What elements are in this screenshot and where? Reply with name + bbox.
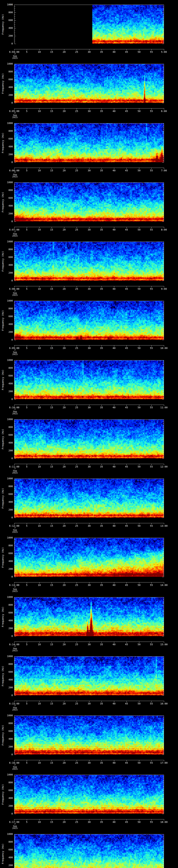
time-tick-label: 30 [86, 643, 93, 646]
y-tick [163, 717, 164, 718]
time-tick-label: 15 [48, 51, 55, 53]
time-tick [14, 168, 14, 169]
y-tick [163, 184, 164, 185]
y-tick [14, 784, 15, 785]
time-tick [77, 642, 77, 643]
y-tick [14, 435, 16, 435]
time-tick-label: 40 [111, 702, 118, 705]
time-end-label: 15:00 [159, 643, 169, 646]
y-tick [14, 385, 15, 386]
y-tick [163, 788, 164, 789]
time-tick [64, 582, 64, 584]
time-tick-label: 20 [61, 762, 68, 764]
time-tick-label: 40 [111, 465, 118, 468]
time-tick-label: 15 [48, 584, 55, 586]
time-tick-label: 10 [36, 465, 43, 468]
spectrogram-canvas [14, 360, 164, 399]
time-tick-label: 25 [73, 288, 80, 290]
y-tick-label: 200 [5, 272, 13, 274]
y-tick [14, 739, 16, 739]
y-axis-title: Frequency (Hz) [1, 73, 4, 94]
time-tick [64, 819, 64, 820]
y-tick-label: 400 [5, 619, 13, 622]
spectrogram-canvas [14, 597, 164, 636]
time-tick [139, 405, 139, 406]
time-tick-label: 55 [148, 702, 155, 705]
time-tick-label: 35 [98, 584, 105, 586]
y-tick [163, 447, 164, 447]
y-tick [162, 249, 164, 250]
time-tick-label: 50 [136, 584, 143, 586]
time-tick-label: 5 [23, 584, 30, 586]
y-tick [163, 334, 164, 334]
y-tick-label: 200 [5, 35, 13, 37]
y-tick [14, 218, 15, 218]
y-tick [14, 338, 15, 338]
y-tick [14, 263, 15, 264]
time-tick [14, 405, 14, 406]
y-tick [163, 611, 164, 611]
y-tick [163, 267, 164, 267]
y-tick [163, 336, 164, 336]
time-tick [77, 168, 77, 169]
y-tick-label: 200 [5, 449, 13, 452]
time-tick [101, 227, 102, 228]
y-tick [14, 156, 15, 157]
time-tick [14, 286, 14, 287]
time-tick-label: 55 [148, 288, 155, 290]
time-tick-label: 50 [136, 821, 143, 823]
time-tick [151, 701, 152, 702]
y-tick [14, 577, 16, 577]
y-tick [14, 575, 15, 575]
time-tick-label: 35 [98, 821, 105, 823]
time-tick [164, 523, 164, 524]
time-tick-label: 25 [73, 110, 80, 112]
y-tick [14, 372, 15, 372]
time-tick [14, 227, 14, 228]
y-tick-label: 0 [5, 812, 13, 815]
y-tick [14, 488, 15, 489]
time-tick [139, 49, 139, 51]
y-tick [163, 557, 164, 558]
y-tick [162, 806, 164, 806]
date-line: 2015 [9, 472, 21, 474]
y-tick-label: 1000 [5, 773, 13, 776]
y-tick [14, 433, 15, 433]
y-tick [14, 380, 15, 380]
y-tick-label: 600 [5, 612, 13, 614]
y-tick [14, 68, 15, 68]
time-tick [52, 523, 52, 524]
y-tick [163, 328, 164, 329]
time-tick [114, 108, 114, 110]
time-tick-label: 5 [23, 762, 30, 764]
y-tick [14, 378, 15, 378]
time-tick [139, 819, 139, 820]
spectrogram-canvas [14, 182, 164, 221]
y-tick [163, 453, 164, 453]
y-tick-label: 800 [5, 11, 13, 13]
time-tick [52, 464, 52, 465]
y-tick [163, 307, 164, 307]
time-tick [52, 49, 52, 51]
y-tick [162, 605, 164, 605]
y-tick [14, 455, 15, 455]
y-tick [14, 779, 15, 779]
y-tick [14, 848, 15, 848]
y-tick-label: 0 [5, 457, 13, 460]
y-tick [14, 251, 15, 252]
time-tick [64, 405, 64, 406]
time-tick [101, 168, 102, 169]
y-tick-label: 600 [5, 789, 13, 792]
y-tick-label: 400 [5, 501, 13, 503]
time-tick-label: 35 [98, 406, 105, 409]
time-tick [139, 286, 139, 287]
time-tick [64, 760, 64, 762]
time-tick [139, 108, 139, 110]
y-tick [163, 550, 164, 550]
time-tick [126, 464, 127, 465]
y-tick-label: 200 [5, 153, 13, 156]
time-tick [164, 405, 164, 406]
y-tick [163, 186, 164, 187]
y-tick [14, 188, 15, 189]
y-tick [163, 263, 164, 264]
